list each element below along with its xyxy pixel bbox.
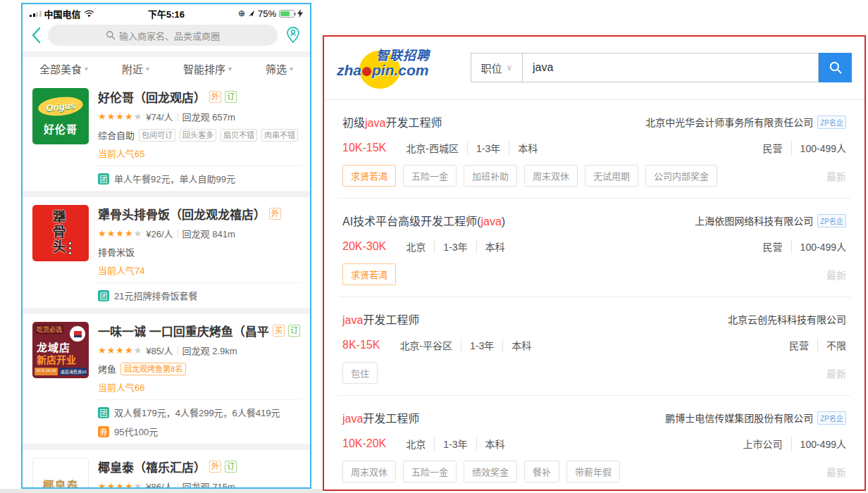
distance: 回龙观 715m <box>182 480 235 489</box>
restaurant-logo: 犟骨头 <box>32 205 89 261</box>
deal-row[interactable]: 团 单人午餐92元，单人自助99元 <box>98 172 300 185</box>
deal-text: 单人午餐92元，单人自助99元 <box>114 172 235 185</box>
deal-text: 双人餐179元，4人餐299元，6人餐419元 <box>114 406 280 419</box>
job-listing: AI技术平台高级开发工程师(java) 上海依图网络科技有限公司ZP名企 20K… <box>324 199 864 297</box>
company-link[interactable]: 北京云创先科科技有限公司 <box>728 312 846 326</box>
filter-more[interactable]: 筛选▾ <box>266 61 293 76</box>
card-gap <box>23 308 310 314</box>
benefit-tag: 五险一金 <box>403 165 457 187</box>
restaurant-name: 椰皇泰（禧乐汇店） <box>98 458 206 475</box>
benefit-tag: 无试用期 <box>585 165 638 187</box>
delivery-badge: 外 <box>269 208 281 220</box>
job-location: 北京-平谷区 <box>391 338 461 352</box>
search-icon <box>829 61 843 75</box>
restaurant-name: 一味一诚 一口回重庆烤鱼（昌平... <box>98 322 269 339</box>
job-experience: 1-3年 <box>467 141 509 155</box>
filter-sort[interactable]: 智能排序▾ <box>183 61 232 76</box>
filter-category[interactable]: 全部美食▾ <box>39 61 88 76</box>
map-pin-person-icon <box>285 26 302 44</box>
company-size: 100-499人 <box>791 239 846 254</box>
keyword-highlight: java <box>342 314 363 326</box>
deal-row[interactable]: 团 21元招牌排骨饭套餐 <box>98 289 300 302</box>
zhaopin-header: 智联招聘 zhapin.com 职位 ∨ <box>324 37 864 100</box>
logo-brand-cn: 椰皇泰 <box>33 476 88 489</box>
company-size: 不限 <box>817 338 846 352</box>
zhaopin-logo[interactable]: 智联招聘 zhapin.com <box>337 44 457 92</box>
zp-famous-badge: ZP名企 <box>817 411 846 425</box>
job-education: 本科 <box>476 437 514 451</box>
logo-brand-cn: 犟骨头 <box>48 210 67 254</box>
salary-range: 8K-15K <box>342 339 380 351</box>
avg-price: ¥26/人 <box>146 227 173 240</box>
salary-range: 10K-15K <box>342 142 386 154</box>
keyword-highlight: java <box>480 216 501 227</box>
coupon-row[interactable]: 券 95代100元 <box>98 425 300 438</box>
job-education: 本科 <box>509 141 546 155</box>
company-size: 100-499人 <box>791 437 846 451</box>
back-button[interactable] <box>31 26 41 44</box>
benefit-tag: 周末双休 <box>524 165 578 187</box>
job-experience: 1-3年 <box>461 338 502 352</box>
dashed-divider <box>98 399 300 400</box>
chevron-left-icon <box>31 26 41 44</box>
job-title-link[interactable]: 初级java开发工程师 <box>342 113 442 130</box>
location-arrow-icon <box>248 10 255 17</box>
filter-nearby[interactable]: 附近▾ <box>122 61 149 76</box>
restaurant-name: 好伦哥（回龙观店） <box>98 88 206 106</box>
avg-price: ¥86/人 <box>146 480 173 489</box>
group-deal-icon: 团 <box>98 407 109 418</box>
avg-price: ¥85/人 <box>146 344 173 357</box>
battery-icon <box>279 10 294 18</box>
urgent-hiring-tag: 求贤若渴 <box>342 165 396 187</box>
popularity-label: 当前人气74 <box>98 263 300 277</box>
company-link[interactable]: 北京中光华会计师事务所有限责任公司ZP名企 <box>645 115 846 129</box>
company-link[interactable]: 鹏博士电信传媒集团股份有限公司ZP名企 <box>665 411 846 425</box>
feature-tag: 肉串不错 <box>261 129 298 142</box>
benefit-tag: 五险一金 <box>403 461 457 482</box>
caret-down-icon: ▾ <box>228 65 232 73</box>
keyword-highlight: java <box>342 413 363 425</box>
section-divider <box>23 51 310 57</box>
status-bar: 中国电信 下午5:16 ⊕ 75% <box>23 4 310 21</box>
rating-stars: ★★★★ <box>98 228 134 239</box>
job-title-link[interactable]: AI技术平台高级开发工程师(java) <box>342 212 505 229</box>
bottom-strip <box>0 489 323 493</box>
company-link[interactable]: 上海依图网络科技有限公司ZP名企 <box>695 213 846 227</box>
search-button[interactable] <box>819 53 852 82</box>
booking-badge: 订 <box>225 91 237 103</box>
logo-red-dot <box>362 67 371 76</box>
job-listing: java开发工程师 北京云创先科科技有限公司 8K-15K 北京-平谷区 1-3… <box>324 297 864 395</box>
map-view-button[interactable] <box>285 26 302 44</box>
group-deal-icon: 团 <box>98 173 109 185</box>
posted-time: 最新 <box>826 169 846 183</box>
wifi-icon <box>84 10 94 18</box>
job-education: 本科 <box>502 338 540 352</box>
search-placeholder: 输入商家名、品类或商圈 <box>119 29 220 42</box>
zp-famous-badge: ZP名企 <box>817 214 846 227</box>
rating-stars: ★★★★ <box>98 111 134 122</box>
job-search-input[interactable] <box>523 53 819 82</box>
restaurant-card[interactable]: 吃货必选 龙域店 新店开业 10.5-10.10 进店消费满100元送10 一味… <box>23 314 310 444</box>
zhaopin-panel: 智联招聘 zhapin.com 职位 ∨ 初级java开发工程师 北京中光华会计… <box>323 35 866 491</box>
search-input[interactable]: 输入商家名、品类或商圈 <box>48 25 278 46</box>
buy-badge: 买 <box>273 325 285 337</box>
popularity-label: 当前人气66 <box>98 380 300 394</box>
restaurant-card[interactable]: 椰皇泰 椰皇泰（禧乐汇店） 外 订 ★★★★★ ¥86/人 回龙观 715m 泰… <box>23 450 310 489</box>
group-deal-icon: 团 <box>98 290 109 301</box>
distance: 回龙观 657m <box>182 110 235 123</box>
job-education: 本科 <box>476 239 514 254</box>
restaurant-card[interactable]: 犟骨头 犟骨头排骨饭（回龙观龙禧店） 外 ★★★★★ ¥26/人 回龙观 841… <box>23 197 310 308</box>
logo-brand-en: Origus <box>45 99 75 113</box>
job-title-link[interactable]: java开发工程师 <box>342 409 419 426</box>
avg-price: ¥74/人 <box>146 110 173 123</box>
restaurant-logo: Origus 好伦哥 <box>32 88 89 144</box>
deal-row[interactable]: 团 双人餐179元，4人餐299元，6人餐419元 <box>98 406 300 419</box>
job-experience: 1-3年 <box>434 239 476 254</box>
company-type: 民营 <box>755 141 791 155</box>
benefit-tag: 包住 <box>342 362 378 384</box>
search-category-dropdown[interactable]: 职位 ∨ <box>471 53 523 82</box>
job-title-link[interactable]: java开发工程师 <box>342 311 419 327</box>
chevron-down-icon: ∨ <box>507 63 513 73</box>
restaurant-name: 犟骨头排骨饭（回龙观龙禧店） <box>98 205 266 223</box>
restaurant-card[interactable]: Origus 好伦哥 好伦哥（回龙观店） 外 订 ★★★★★ ¥74/人 回龙观… <box>23 80 310 191</box>
